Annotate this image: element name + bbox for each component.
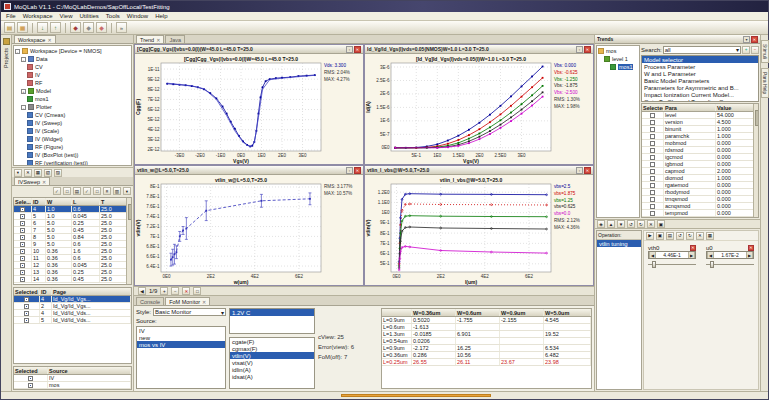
table-row[interactable]: mos [14, 382, 131, 389]
redo-icon[interactable]: ↻ [637, 220, 645, 228]
metric-list-item[interactable]: vtsat(V) [230, 359, 314, 366]
invert-icon[interactable]: ▤ [73, 187, 81, 195]
checkbox[interactable] [650, 148, 655, 153]
new-model-icon[interactable]: ▧ [44, 169, 52, 177]
table-row[interactable]: 85.00.8425.0 [14, 234, 131, 241]
column-header[interactable]: Value [716, 104, 758, 111]
column-header[interactable]: L [72, 198, 100, 205]
table-row[interactable]: L=0.6um-1.613 [382, 324, 591, 331]
check-all-icon[interactable]: ✓ [53, 187, 61, 195]
tab-ivsweep[interactable]: IVSweep ✕ [14, 177, 50, 185]
clear-icon[interactable]: ✕ [647, 220, 655, 228]
table-row[interactable]: 4Id_Vg/Id_Vgs... [14, 296, 131, 303]
checkbox[interactable] [28, 383, 33, 388]
close-icon[interactable]: ✕ [354, 46, 361, 53]
param-group-item[interactable]: Model selector [642, 56, 758, 63]
source-list-item[interactable]: new [137, 334, 225, 341]
column-header[interactable]: Selected [642, 104, 664, 111]
dock-tab-para-help[interactable]: Para Help [761, 68, 769, 98]
sources-table[interactable]: SelectedSourceIVmos [13, 366, 132, 390]
tree-item[interactable]: IV (Widget) [15, 135, 130, 143]
table-row[interactable]: binunit1.000 [642, 126, 758, 133]
pager-prev-icon[interactable]: ◀ [138, 287, 146, 295]
metric-list-item[interactable]: cgate(F) [230, 338, 314, 345]
table-row[interactable]: L=0.9um-2.17216.256.534 [382, 345, 591, 352]
column-header[interactable]: W=0.36um [412, 309, 456, 316]
chart-id-vs-vgs[interactable]: 5E-11E01.5E02E02.5E03E00E05E-71E-61.5E-6… [365, 54, 593, 164]
expander-icon[interactable]: - [15, 49, 20, 54]
export-icon[interactable]: ↑ [50, 22, 61, 33]
param-group-item[interactable]: Impact Ionization Current Model... [642, 91, 758, 98]
remove-tuner-icon[interactable]: ✕ [748, 245, 754, 251]
tuner-slider[interactable] [648, 261, 696, 268]
checkbox[interactable] [650, 162, 655, 167]
checkbox[interactable] [650, 211, 655, 216]
expander-icon[interactable]: - [21, 57, 26, 62]
table-row[interactable]: L=0.9um0.5020-1.755-2.1554.545 [382, 317, 591, 324]
spin-right-icon[interactable]: ▶ [746, 252, 753, 258]
checkbox[interactable] [20, 270, 25, 275]
spin-right-icon[interactable]: ▶ [688, 252, 695, 258]
lock-icon[interactable]: ▣ [656, 232, 664, 240]
table-row[interactable]: L=0.36um0.28610.566.482 [382, 352, 591, 359]
slider-thumb[interactable] [652, 261, 656, 268]
table-row[interactable]: 51.00.04525.0 [14, 213, 131, 220]
model-tree[interactable]: moslevel 1mos1 [596, 45, 640, 218]
column-header[interactable]: W=0.6um [456, 309, 500, 316]
zoom-in-icon[interactable]: + [160, 287, 168, 295]
table-row[interactable]: 95.00.625.0 [14, 241, 131, 248]
expander-icon[interactable]: - [21, 105, 26, 110]
checkbox[interactable] [20, 263, 25, 268]
checkbox[interactable] [650, 197, 655, 202]
table-row[interactable]: diomod1.000 [642, 175, 758, 182]
trends-titlebar[interactable]: Trends ▾ ✕ [595, 35, 760, 44]
table-row[interactable]: permod1.000 [642, 217, 758, 218]
more-icon[interactable]: » [116, 22, 127, 33]
tree-item[interactable]: +Model [15, 87, 130, 95]
tree-item[interactable]: IV (Sweep) [15, 119, 130, 127]
column-header[interactable]: W=0.9um [500, 309, 544, 316]
undo-icon[interactable]: ↺ [676, 232, 684, 240]
run-icon[interactable]: ▶ [646, 232, 654, 240]
group-list-item[interactable]: 1.2V C [230, 309, 314, 316]
table-row[interactable]: rbodymod0.000 [642, 189, 758, 196]
checkbox[interactable] [20, 228, 25, 233]
tree-item[interactable]: mos1 [15, 95, 130, 103]
plot-window-titlebar[interactable]: vtlin_w@L=5.0,T=25.0 ▫ ✕ [135, 166, 363, 175]
source-list-item[interactable]: mos vs IV [137, 341, 225, 348]
unlink-nodes-icon[interactable]: ◆ [83, 22, 94, 33]
projects-icon[interactable] [3, 38, 10, 45]
table-row[interactable]: 100.361.625.0 [14, 248, 131, 255]
table-row[interactable]: 41.00.625.0 [14, 206, 131, 213]
table-row[interactable]: 110.360.625.0 [14, 255, 131, 262]
menu-workspace[interactable]: Workspace [23, 13, 53, 19]
menu-window[interactable]: Window [127, 13, 148, 19]
table-row[interactable]: trnqsmod0.000 [642, 196, 758, 203]
tree-item[interactable]: IV (BoxPlot (test)) [15, 151, 130, 159]
tuner-slider[interactable] [706, 261, 754, 268]
table-row[interactable]: L=0.25um26.5526.1123.6723.98 [382, 359, 591, 366]
checkbox[interactable] [650, 204, 655, 209]
checkbox[interactable] [24, 318, 29, 323]
table-row[interactable]: version4.500 [642, 119, 758, 126]
checkbox[interactable] [650, 169, 655, 174]
metric-list-item[interactable]: vtlin(V) [230, 352, 314, 359]
table-row[interactable]: 65.00.2525.0 [14, 220, 131, 227]
checkbox[interactable] [24, 297, 29, 302]
menu-tools[interactable]: Tools [106, 13, 120, 19]
close-icon[interactable]: ✕ [354, 167, 361, 174]
param-group-list[interactable]: Model selectorProcess ParameterW and L P… [641, 55, 759, 102]
filter-icon[interactable]: ▾ [14, 169, 22, 177]
new-data-icon[interactable]: ▦ [34, 169, 42, 177]
plot-window-titlebar[interactable]: Id_Vg/Id_Vgs(I)vds=0.05(NMOS)W=1.0 L=3.0… [365, 45, 593, 54]
checkbox[interactable] [650, 183, 655, 188]
close-icon[interactable]: ✕ [584, 167, 591, 174]
new-plot-icon[interactable]: ▨ [54, 169, 62, 177]
tree-item[interactable]: -Plotter [15, 103, 130, 111]
column-header[interactable]: ID [40, 288, 52, 295]
table-row[interactable]: acnqsmod0.000 [642, 203, 758, 210]
operation-list[interactable]: Operation: vtlin tuning [596, 230, 642, 390]
metric-list-item[interactable]: idsat(A) [230, 373, 314, 380]
move-down-icon[interactable]: ▼ [617, 220, 625, 228]
param-group-item[interactable]: Basic Model Parameters [642, 77, 758, 84]
